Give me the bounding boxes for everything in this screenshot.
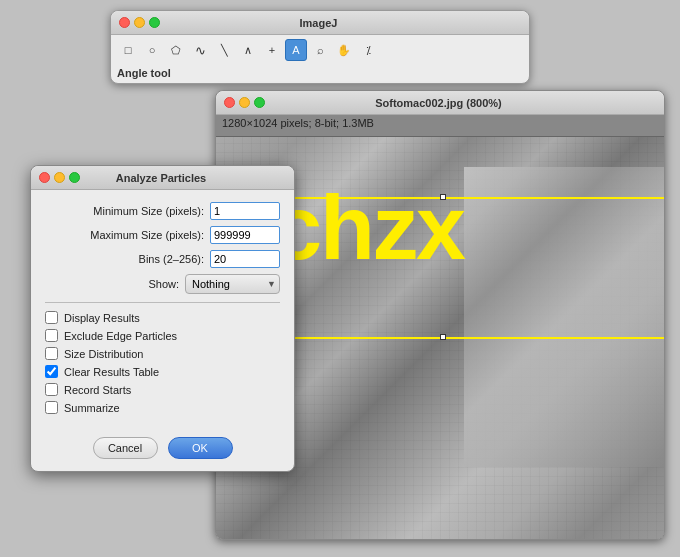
size-distribution-label: Size Distribution xyxy=(64,348,143,360)
angle-tool[interactable]: ∧ xyxy=(237,39,259,61)
polygon-tool[interactable]: ⬠ xyxy=(165,39,187,61)
rect-tool[interactable]: □ xyxy=(117,39,139,61)
show-select[interactable]: Nothing Outlines Masks Count Masks Bare … xyxy=(185,274,280,294)
image-highlight xyxy=(464,167,664,467)
image-title: Softomac002.jpg (800%) xyxy=(221,97,656,109)
checkbox-group: Display Results Exclude Edge Particles S… xyxy=(45,311,280,414)
imagej-title: ImageJ xyxy=(116,17,521,29)
divider xyxy=(45,302,280,303)
max-size-row: Maximum Size (pixels): xyxy=(45,226,280,244)
clear-results-row: Clear Results Table xyxy=(45,365,280,378)
max-size-label: Maximum Size (pixels): xyxy=(45,229,210,241)
oval-tool[interactable]: ○ xyxy=(141,39,163,61)
selection-handle-bm xyxy=(440,334,446,340)
display-results-checkbox[interactable] xyxy=(45,311,58,324)
size-dist-row: Size Distribution xyxy=(45,347,280,360)
exclude-edge-row: Exclude Edge Particles xyxy=(45,329,280,342)
analyze-title: Analyze Particles xyxy=(36,172,286,184)
text-tool[interactable]: A xyxy=(285,39,307,61)
clear-results-checkbox[interactable] xyxy=(45,365,58,378)
record-starts-row: Record Starts xyxy=(45,383,280,396)
hand-tool[interactable]: ✋ xyxy=(333,39,355,61)
analyze-titlebar: Analyze Particles xyxy=(31,166,294,190)
summarize-checkbox[interactable] xyxy=(45,401,58,414)
size-distribution-checkbox[interactable] xyxy=(45,347,58,360)
imagej-titlebar: ImageJ xyxy=(111,11,529,35)
record-starts-checkbox[interactable] xyxy=(45,383,58,396)
image-titlebar: Softomac002.jpg (800%) xyxy=(216,91,664,115)
image-info-bar: 1280×1024 pixels; 8-bit; 1.3MB xyxy=(216,115,664,137)
display-results-row: Display Results xyxy=(45,311,280,324)
line-tool[interactable]: ╲ xyxy=(213,39,235,61)
exclude-edge-checkbox[interactable] xyxy=(45,329,58,342)
record-starts-label: Record Starts xyxy=(64,384,131,396)
show-row: Show: Nothing Outlines Masks Count Masks… xyxy=(45,274,280,294)
cancel-button[interactable]: Cancel xyxy=(93,437,158,459)
summarize-row: Summarize xyxy=(45,401,280,414)
exclude-edge-label: Exclude Edge Particles xyxy=(64,330,177,342)
bins-input[interactable] xyxy=(210,250,280,268)
bins-label: Bins (2–256): xyxy=(45,253,210,265)
toolbar-tools: □ ○ ⬠ ∿ ╲ ∧ + A ⌕ ✋ ⁒ xyxy=(111,35,529,65)
dialog-body: Minimum Size (pixels): Maximum Size (pix… xyxy=(31,190,294,431)
image-info: 1280×1024 pixels; 8-bit; 1.3MB xyxy=(222,117,374,129)
min-size-label: Minimum Size (pixels): xyxy=(45,205,210,217)
analyze-particles-dialog: Analyze Particles Minimum Size (pixels):… xyxy=(30,165,295,472)
dialog-buttons: Cancel OK xyxy=(31,431,294,471)
min-size-input[interactable] xyxy=(210,202,280,220)
ok-button[interactable]: OK xyxy=(168,437,233,459)
display-results-label: Display Results xyxy=(64,312,140,324)
bins-row: Bins (2–256): xyxy=(45,250,280,268)
summarize-label: Summarize xyxy=(64,402,120,414)
eyedropper-tool[interactable]: ⁒ xyxy=(357,39,379,61)
max-size-input[interactable] xyxy=(210,226,280,244)
show-label: Show: xyxy=(148,278,179,290)
magnify-tool[interactable]: ⌕ xyxy=(309,39,331,61)
min-size-row: Minimum Size (pixels): xyxy=(45,202,280,220)
point-tool[interactable]: + xyxy=(261,39,283,61)
show-select-wrapper: Nothing Outlines Masks Count Masks Bare … xyxy=(185,274,280,294)
freehand-tool[interactable]: ∿ xyxy=(189,39,211,61)
imagej-toolbar: ImageJ □ ○ ⬠ ∿ ╲ ∧ + A ⌕ ✋ ⁒ Angle tool xyxy=(110,10,530,84)
tool-label: Angle tool xyxy=(111,65,529,83)
clear-results-label: Clear Results Table xyxy=(64,366,159,378)
